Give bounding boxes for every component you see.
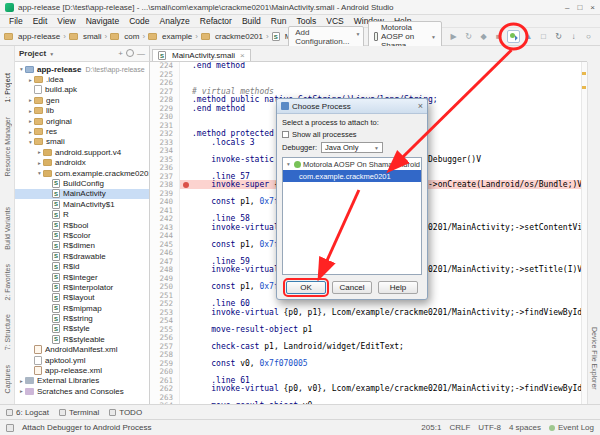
breadcrumb-item-com[interactable]: com xyxy=(110,32,139,41)
tree-item-r$bool[interactable]: SR$bool xyxy=(15,220,149,230)
tree-item-mainactivity$1[interactable]: SMainActivity$1 xyxy=(15,199,149,209)
tree-item-build.apk[interactable]: build.apk xyxy=(15,85,149,95)
menu-item-edit[interactable]: Edit xyxy=(28,16,53,26)
dialog-close-icon[interactable]: × xyxy=(418,101,423,111)
menu-item-file[interactable]: File xyxy=(4,16,28,26)
tree-item-r$string[interactable]: SR$string xyxy=(15,313,149,323)
tree-item-androidx[interactable]: ▸androidx xyxy=(15,158,149,168)
expand-arrow-icon[interactable]: ▸ xyxy=(36,160,43,166)
tree-item-mainactivity[interactable]: SMainActivity xyxy=(15,189,149,199)
maximize-button[interactable]: □ xyxy=(577,3,582,12)
menu-item-refactor[interactable]: Refactor xyxy=(195,16,237,26)
tree-item-original[interactable]: ▸original xyxy=(15,116,149,126)
expand-arrow-icon[interactable]: ▸ xyxy=(27,97,34,103)
tree-item-gen[interactable]: ▸gen xyxy=(15,95,149,105)
gear-icon[interactable] xyxy=(126,49,134,57)
tree-item-r$styleable[interactable]: SR$styleable xyxy=(15,334,149,344)
tree-item-app-release.xml[interactable]: app-release.xml xyxy=(15,365,149,375)
minimize-button[interactable]: – xyxy=(565,3,569,12)
breadcrumb-item-example[interactable]: example xyxy=(148,32,192,41)
cancel-button[interactable]: Cancel xyxy=(332,281,372,294)
tree-item-app-release[interactable]: ▾app-releaseD:\test\app-release xyxy=(15,64,149,74)
collapse-arrow-icon[interactable]: ▾ xyxy=(27,139,34,145)
locate-file-icon[interactable]: + xyxy=(118,49,123,58)
profiler-icon[interactable]: ▲ xyxy=(522,30,535,43)
tool-tab-resource-manager[interactable]: Resource Manager xyxy=(4,117,11,177)
tree-item-android.support.v4[interactable]: ▸android.support.v4 xyxy=(15,147,149,157)
menu-item-build[interactable]: Build xyxy=(237,16,266,26)
hide-panel-icon[interactable]: — xyxy=(137,49,145,58)
tool-tab-terminal[interactable]: Terminal xyxy=(59,408,99,417)
menu-item-navigate[interactable]: Navigate xyxy=(81,16,125,26)
sync-icon[interactable]: ↻ xyxy=(552,30,565,43)
toolwindow-toggle-icon[interactable] xyxy=(6,424,14,432)
tree-item-apktool.yml[interactable]: apktool.yml xyxy=(15,355,149,365)
tree-item-r$id[interactable]: SR$id xyxy=(15,261,149,271)
collapse-arrow-icon[interactable]: ▾ xyxy=(285,161,292,167)
tool-tab-7-structure[interactable]: 7: Structure xyxy=(4,314,11,350)
attach-debugger-icon[interactable] xyxy=(507,30,520,43)
ok-button[interactable]: OK xyxy=(286,281,326,294)
debug-icon[interactable]: ◆ xyxy=(477,30,490,43)
dialog-title-bar[interactable]: Choose Process × xyxy=(277,99,427,114)
tool-tab-todo[interactable]: TODO xyxy=(109,408,142,417)
run-configuration-select[interactable]: Add Configuration... xyxy=(288,26,364,48)
tree-item-res[interactable]: ▸res xyxy=(15,126,149,136)
event-log-button[interactable]: Event Log xyxy=(549,423,594,432)
tree-item-lib[interactable]: ▸lib xyxy=(15,106,149,116)
expand-arrow-icon[interactable]: ▸ xyxy=(36,149,43,155)
search-icon[interactable]: ○ xyxy=(582,30,595,43)
breadcrumb-item-smali[interactable]: smali xyxy=(69,32,102,41)
collapse-arrow-icon[interactable]: ▾ xyxy=(18,66,25,72)
expand-arrow-icon[interactable]: ▸ xyxy=(18,388,25,394)
tree-item-r$integer[interactable]: SR$integer xyxy=(15,272,149,282)
project-panel-title[interactable]: Project xyxy=(19,49,46,58)
checkbox-icon[interactable] xyxy=(282,131,289,138)
tree-item-r[interactable]: SR xyxy=(15,209,149,219)
stop-icon[interactable]: ■ xyxy=(492,30,505,43)
tree-item-r$interpolator[interactable]: SR$interpolator xyxy=(15,282,149,292)
avd-manager-icon[interactable]: □ xyxy=(537,30,550,43)
chevron-down-icon[interactable]: ▼ xyxy=(49,51,54,57)
tool-tab-build-variants[interactable]: Build Variants xyxy=(4,207,11,250)
tree-item-.idea[interactable]: ▸.idea xyxy=(15,74,149,84)
menu-item-view[interactable]: View xyxy=(52,16,80,26)
close-tab-icon[interactable]: × xyxy=(240,51,245,60)
tree-item-r$drawable[interactable]: SR$drawable xyxy=(15,251,149,261)
tree-item-smali[interactable]: ▾smali xyxy=(15,137,149,147)
tree-item-androidmanifest.xml[interactable]: AndroidManifest.xml xyxy=(15,345,149,355)
expand-arrow-icon[interactable]: ▸ xyxy=(18,378,25,384)
tool-tab-2-favorites[interactable]: 2: Favorites xyxy=(4,264,11,301)
device-list-item[interactable]: ▾ Motorola AOSP On Shama Android 10 xyxy=(283,158,421,170)
expand-arrow-icon[interactable]: ▸ xyxy=(27,118,34,124)
expand-arrow-icon[interactable]: ▸ xyxy=(27,129,34,135)
help-button[interactable]: Help xyxy=(378,281,418,294)
apply-changes-icon[interactable]: ↻ xyxy=(462,30,475,43)
tree-item-r$color[interactable]: SR$color xyxy=(15,230,149,240)
tool-tab-6-logcat[interactable]: 6: Logcat xyxy=(6,408,49,417)
breadcrumb-item-app-release[interactable]: app-release xyxy=(4,32,60,41)
show-all-processes-checkbox[interactable]: Show all processes xyxy=(282,130,422,139)
tree-item-r$style[interactable]: SR$style xyxy=(15,324,149,334)
menu-item-code[interactable]: Code xyxy=(124,16,154,26)
tree-item-external libraries[interactable]: ▸External Libraries xyxy=(15,376,149,386)
tree-item-com.example.crackme0201[interactable]: ▾com.example.crackme0201 xyxy=(15,168,149,178)
debugger-select[interactable]: Java Only ▼ xyxy=(321,142,383,153)
menu-item-analyze[interactable]: Analyze xyxy=(155,16,195,26)
run-icon[interactable]: ▶ xyxy=(447,30,460,43)
tool-tab-captures[interactable]: Captures xyxy=(4,365,11,393)
tree-item-scratches and consoles[interactable]: ▸Scratches and Consoles xyxy=(15,386,149,396)
breadcrumb-item-crackme0201[interactable]: crackme0201 xyxy=(201,32,263,41)
tool-tab-1-project[interactable]: 1: Project xyxy=(4,73,11,103)
process-list-item[interactable]: com.example.crackme0201 xyxy=(283,170,421,182)
expand-arrow-icon[interactable]: ▸ xyxy=(27,77,34,83)
breadcrumb-item-mainactivity.smali[interactable]: SMainActivity.smali xyxy=(272,32,288,41)
close-button[interactable]: × xyxy=(590,3,595,12)
tree-item-r$layout[interactable]: SR$layout xyxy=(15,293,149,303)
editor-tab-mainactivity[interactable]: S MainActivity.smali × xyxy=(152,49,251,61)
collapse-arrow-icon[interactable]: ▾ xyxy=(36,170,43,176)
tree-item-r$mipmap[interactable]: SR$mipmap xyxy=(15,303,149,313)
tree-item-r$dimen[interactable]: SR$dimen xyxy=(15,241,149,251)
tree-item-buildconfig[interactable]: SBuildConfig xyxy=(15,178,149,188)
tool-tab-device-file-explorer[interactable]: Device File Explorer xyxy=(591,327,598,390)
